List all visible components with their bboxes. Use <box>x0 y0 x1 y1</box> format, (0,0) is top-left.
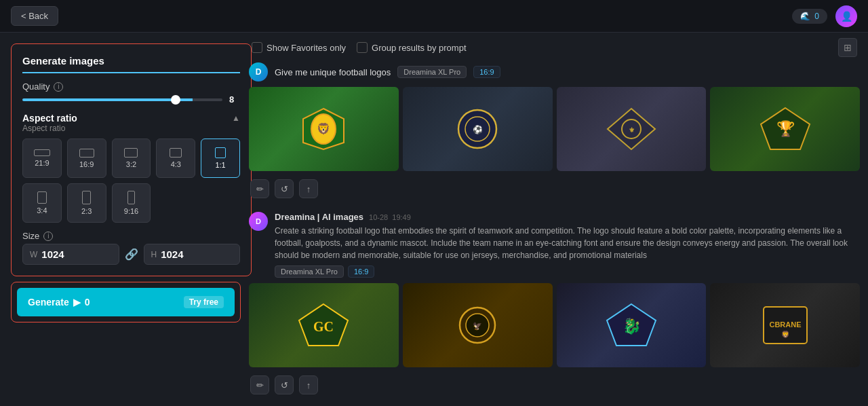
shape-2-3 <box>82 191 91 204</box>
credits-display: 🌊 0 <box>792 9 827 24</box>
quality-slider[interactable] <box>22 98 222 101</box>
show-favorites-checkbox[interactable] <box>252 42 262 53</box>
feed-item-2-content: Dreamina | AI images 10-28 19:49 Create … <box>275 212 860 278</box>
feed-item-2-actions: ✏ ↺ ↑ <box>249 373 860 397</box>
feed-item-2-avatar: D <box>249 212 268 231</box>
image-card[interactable]: GC <box>249 283 399 367</box>
feed-item-2-badges: Dreamina XL Pro 16:9 <box>275 265 860 278</box>
feed-item-2-model-badge: Dreamina XL Pro <box>275 265 344 278</box>
aspect-btn-16-9[interactable]: 16:9 <box>67 139 106 178</box>
generate-area: Generate ▶ 0 Try free <box>11 282 241 322</box>
image-card[interactable]: 🦁 <box>249 87 399 171</box>
football-logo-svg-5: GC <box>296 301 351 349</box>
logo-overlay: 🏆 <box>710 87 860 171</box>
feed-item-2: D Dreamina | AI images 10-28 19:49 Creat… <box>249 212 860 397</box>
shape-3-4 <box>37 191 47 204</box>
aspect-btn-2-3[interactable]: 2:3 <box>67 183 106 223</box>
save-icon[interactable]: ⊞ <box>838 38 857 57</box>
feed-item-1-ratio-badge: 16:9 <box>473 66 500 78</box>
feed-item-2-meta: D Dreamina | AI images 10-28 19:49 Creat… <box>249 212 860 278</box>
feed-item-1: D Give me unique football logos Dreamina… <box>249 62 860 201</box>
feed-item-2-ratio-badge: 16:9 <box>348 265 374 278</box>
feed: D Give me unique football logos Dreamina… <box>246 62 863 401</box>
generate-text: Generate <box>28 297 69 308</box>
group-results-text: Group results by prompt <box>372 43 466 53</box>
refresh-button[interactable]: ↺ <box>275 179 294 198</box>
logo-overlay: GC <box>249 283 399 367</box>
aspect-btn-21-9[interactable]: 21:9 <box>22 139 62 178</box>
feed-item-1-prompt: Give me unique football logos <box>275 67 391 77</box>
panel-title: Generate images <box>22 55 240 73</box>
left-panel-wrapper: Generate images Quality i 8 Aspect ratio… <box>5 38 246 406</box>
upload-button[interactable]: ↑ <box>299 179 318 198</box>
football-logo-svg: 🦁 <box>296 105 351 153</box>
group-results-label[interactable]: Group results by prompt <box>357 42 466 53</box>
size-row: W 1024 🔗 H 1024 <box>22 244 240 265</box>
shape-1-1 <box>215 147 226 158</box>
aspect-btn-3-2[interactable]: 3:2 <box>112 139 151 178</box>
generate-button[interactable]: Generate ▶ 0 Try free <box>17 288 235 316</box>
logo-overlay: 🦅 <box>403 283 553 367</box>
image-card[interactable]: 🐉 <box>557 283 707 367</box>
quality-label: Quality i <box>22 81 240 92</box>
football-logo-svg-8: CBRANE 🦁 <box>758 301 812 349</box>
aspect-ratio-section: Aspect ratio ▲ Aspect ratio 21:9 16:9 <box>22 113 240 223</box>
logo-overlay: 🐉 <box>557 283 707 367</box>
image-card[interactable]: 🦅 <box>403 283 553 367</box>
back-label: < Back <box>21 11 48 21</box>
user-avatar[interactable]: 👤 <box>835 5 857 27</box>
chevron-up-icon[interactable]: ▲ <box>232 113 240 123</box>
aspect-btn-1-1[interactable]: 1:1 <box>201 139 240 178</box>
link-icon[interactable]: 🔗 <box>125 248 138 261</box>
shape-3-2 <box>124 148 138 158</box>
football-logo-svg-3: ⚜ <box>604 105 658 153</box>
upload-button-2[interactable]: ↑ <box>299 375 318 394</box>
logo-overlay: ⚜ <box>557 87 707 171</box>
right-panel: Show Favorites only Group results by pro… <box>246 33 868 406</box>
feed-item-2-name: Dreamina | AI images <box>275 212 363 222</box>
aspect-ratio-title: Aspect ratio <box>22 113 77 124</box>
credits-icon: 🌊 <box>800 12 810 21</box>
size-info-icon[interactable]: i <box>43 232 53 241</box>
quality-section: Quality i 8 <box>22 81 240 105</box>
image-card[interactable]: CBRANE 🦁 <box>710 283 860 367</box>
refresh-button-2[interactable]: ↺ <box>275 375 294 394</box>
group-results-checkbox[interactable] <box>357 42 368 53</box>
height-value: 1024 <box>161 248 183 260</box>
quality-info-icon[interactable]: i <box>54 82 63 92</box>
feed-item-1-avatar: D <box>249 62 268 81</box>
feed-item-2-header: Dreamina | AI images 10-28 19:49 <box>275 212 860 222</box>
svg-text:⚽: ⚽ <box>473 124 483 134</box>
back-button[interactable]: < Back <box>11 6 58 26</box>
feed-item-1-actions: ✏ ↺ ↑ <box>249 177 860 201</box>
football-logo-svg-7: 🐉 <box>604 301 658 349</box>
logo-overlay: 🦁 <box>249 87 399 171</box>
shape-16-9 <box>79 149 94 158</box>
aspect-ratio-sub: Aspect ratio <box>22 124 240 133</box>
nav-right: 🌊 0 👤 <box>792 5 857 27</box>
quality-row: 8 <box>22 94 240 105</box>
generate-credits: 0 <box>85 297 90 308</box>
football-logo-svg-6: 🦅 <box>450 301 505 349</box>
image-card[interactable]: ⚽ <box>403 87 553 171</box>
edit-button[interactable]: ✏ <box>250 179 269 198</box>
aspect-btn-4-3[interactable]: 4:3 <box>156 139 195 178</box>
show-favorites-label[interactable]: Show Favorites only <box>252 42 346 53</box>
svg-text:CBRANE: CBRANE <box>769 320 801 329</box>
shape-21-9 <box>34 149 50 156</box>
aspect-grid-row2: 3:4 2:3 9:16 <box>22 183 240 223</box>
try-free-badge: Try free <box>184 296 224 308</box>
feed-item-2-text: Create a striking football logo that emb… <box>275 225 860 261</box>
edit-button-2[interactable]: ✏ <box>250 375 269 394</box>
height-input-group: H 1024 <box>144 244 241 265</box>
image-card[interactable]: ⚜ <box>557 87 707 171</box>
feed-item-1-images: 🦁 ⚽ <box>249 87 860 171</box>
aspect-btn-3-4[interactable]: 3:4 <box>22 183 62 223</box>
shape-9-16 <box>127 191 135 204</box>
image-card[interactable]: 🏆 <box>710 87 860 171</box>
svg-text:🦁: 🦁 <box>317 122 330 135</box>
svg-text:GC: GC <box>313 319 334 334</box>
aspect-ratio-header: Aspect ratio ▲ <box>22 113 240 124</box>
svg-text:🦅: 🦅 <box>473 321 482 331</box>
aspect-btn-9-16[interactable]: 9:16 <box>112 183 151 223</box>
